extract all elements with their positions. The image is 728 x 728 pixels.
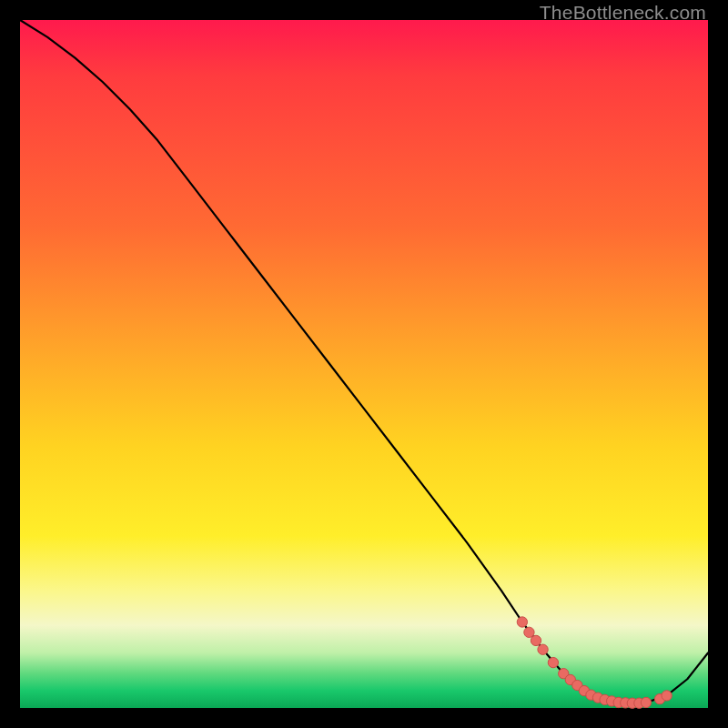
chart-stage: TheBottleneck.com bbox=[0, 0, 728, 728]
marker-dot bbox=[548, 657, 558, 667]
marker-dot bbox=[538, 644, 548, 654]
marker-dot bbox=[517, 617, 527, 627]
bottleneck-curve bbox=[20, 20, 708, 703]
watermark-text: TheBottleneck.com bbox=[540, 2, 706, 24]
marker-dot bbox=[641, 697, 651, 707]
plot-area bbox=[20, 20, 708, 708]
marker-dot bbox=[662, 691, 672, 701]
marker-dot bbox=[531, 635, 541, 645]
marker-dots bbox=[517, 617, 672, 709]
marker-dot bbox=[524, 627, 534, 637]
chart-svg bbox=[20, 20, 708, 708]
